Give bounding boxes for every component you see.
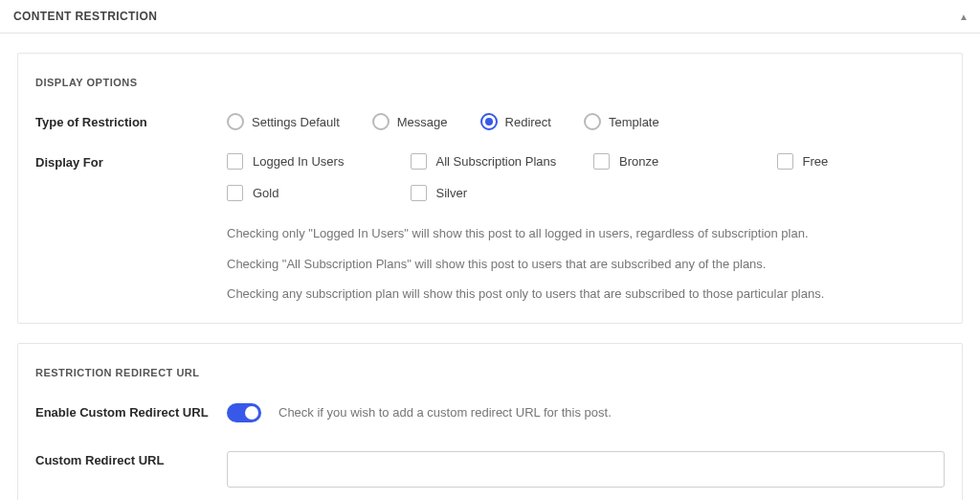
checkbox-label: Gold [253,186,278,200]
type-of-restriction-row: Type of Restriction Settings Default Mes… [35,113,945,130]
display-options-box: DISPLAY OPTIONS Type of Restriction Sett… [17,53,963,324]
radio-label: Message [397,115,448,129]
radio-icon [227,113,244,130]
restriction-redirect-title: RESTRICTION REDIRECT URL [35,367,945,378]
radio-icon [480,113,498,130]
radio-label: Template [609,115,659,129]
display-for-label: Display For [35,153,227,170]
panel-title: CONTENT RESTRICTION [13,10,157,23]
checkbox-label: All Subscription Plans [436,154,557,169]
enable-custom-redirect-label: Enable Custom Redirect URL [35,403,227,420]
restriction-redirect-box: RESTRICTION REDIRECT URL Enable Custom R… [17,343,963,501]
panel-header: CONTENT RESTRICTION ▲ [0,0,980,34]
radio-label: Settings Default [252,115,340,129]
checkbox-icon [411,185,427,201]
checkbox-icon [227,185,243,201]
display-for-content: Logged In Users All Subscription Plans B… [227,153,945,304]
enable-custom-redirect-toggle[interactable] [227,403,261,422]
type-of-restriction-options: Settings Default Message Redirect Templa… [227,113,945,130]
radio-redirect[interactable]: Redirect [480,113,551,130]
enable-custom-redirect-content: Check if you wish to add a custom redire… [227,403,945,422]
checkbox-gold[interactable]: Gold [227,185,395,201]
checkbox-label: Logged In Users [253,154,344,169]
display-options-title: DISPLAY OPTIONS [35,77,945,88]
checkbox-icon [411,153,427,170]
help-text: Checking any subscription plan will show… [227,284,945,304]
checkbox-bronze[interactable]: Bronze [593,153,762,170]
custom-redirect-url-help: Add a URL where you wish to redirect use… [227,497,945,501]
display-for-row: Display For Logged In Users All Subscrip… [35,153,945,304]
radio-settings-default[interactable]: Settings Default [227,113,340,130]
checkbox-label: Silver [436,186,468,200]
enable-custom-redirect-help: Check if you wish to add a custom redire… [278,405,612,420]
radio-icon [372,113,390,130]
help-text: Checking only "Logged In Users" will sho… [227,224,945,243]
checkbox-free[interactable]: Free [777,153,946,170]
toggle-knob-icon [245,406,258,420]
chevron-up-icon: ▲ [959,11,969,22]
radio-icon [584,113,601,130]
panel-collapse-toggle[interactable]: ▲ [959,11,969,22]
custom-redirect-url-label: Custom Redirect URL [35,451,227,467]
checkbox-label: Bronze [619,154,658,169]
checkbox-silver[interactable]: Silver [411,185,579,201]
help-text: Checking "All Subscription Plans" will s… [227,255,945,274]
radio-template[interactable]: Template [584,113,659,130]
custom-redirect-url-content: Add a URL where you wish to redirect use… [227,451,945,501]
enable-custom-redirect-row: Enable Custom Redirect URL Check if you … [35,403,945,422]
checkbox-logged-in-users[interactable]: Logged In Users [227,153,395,170]
display-for-options: Logged In Users All Subscription Plans B… [227,153,945,201]
type-of-restriction-label: Type of Restriction [35,113,227,129]
custom-redirect-url-row: Custom Redirect URL Add a URL where you … [35,451,945,501]
checkbox-icon [227,153,243,170]
checkbox-icon [777,153,793,170]
checkbox-label: Free [803,154,829,169]
display-for-help: Checking only "Logged In Users" will sho… [227,224,945,304]
checkbox-all-subscription-plans[interactable]: All Subscription Plans [411,153,579,170]
checkbox-icon [593,153,610,170]
radio-message[interactable]: Message [372,113,448,130]
custom-redirect-url-input[interactable] [227,451,945,488]
radio-label: Redirect [505,115,551,129]
